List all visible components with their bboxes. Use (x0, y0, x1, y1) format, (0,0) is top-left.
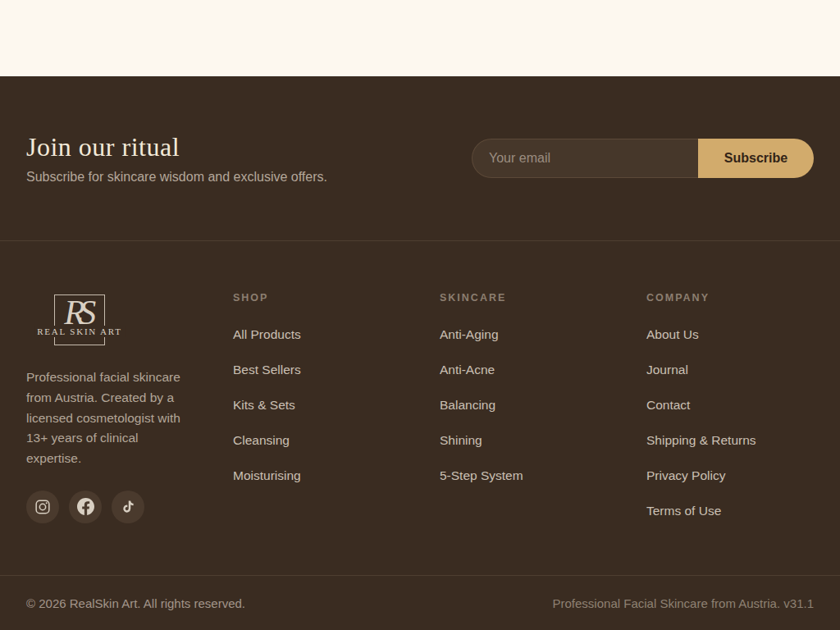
footer-column-company: COMPANY About Us Journal Contact Shippin… (646, 292, 814, 575)
footer-link[interactable]: Moisturising (233, 468, 301, 482)
list-item: Anti-Aging (440, 327, 646, 342)
list-item: Moisturising (233, 468, 440, 483)
footer-link[interactable]: Shipping & Returns (646, 433, 756, 447)
instagram-icon (34, 499, 51, 515)
list-item: Shining (440, 433, 646, 448)
logo-wordmark: REAL SKIN ART (34, 326, 125, 337)
column-header-shop: SHOP (233, 292, 440, 304)
footer-link[interactable]: Terms of Use (646, 504, 721, 518)
list-item: All Products (233, 327, 440, 342)
footer-column-shop: SHOP All Products Best Sellers Kits & Se… (233, 292, 440, 575)
list-item: About Us (646, 327, 814, 342)
company-links: About Us Journal Contact Shipping & Retu… (646, 327, 814, 518)
list-item: Anti-Acne (440, 363, 646, 377)
footer-link[interactable]: Cleansing (233, 433, 290, 447)
footer-link[interactable]: Privacy Policy (646, 468, 725, 482)
footer-link[interactable]: Anti-Aging (440, 327, 499, 341)
list-item: 5-Step System (440, 468, 646, 483)
footer-link[interactable]: Best Sellers (233, 363, 301, 377)
footer-link[interactable]: Kits & Sets (233, 398, 295, 412)
list-item: Balancing (440, 398, 646, 413)
list-item: Contact (646, 398, 814, 413)
page-above-footer (0, 0, 840, 76)
footer-link[interactable]: Anti-Acne (440, 363, 495, 377)
footer-link[interactable]: Journal (646, 363, 688, 377)
list-item: Kits & Sets (233, 398, 440, 413)
list-item: Privacy Policy (646, 468, 814, 483)
tagline: Professional Facial Skincare from Austri… (553, 596, 814, 610)
copyright: © 2026 RealSkin Art. All rights reserved… (26, 596, 245, 610)
brand-description: Professional facial skincare from Austri… (26, 368, 197, 469)
shop-links: All Products Best Sellers Kits & Sets Cl… (233, 327, 440, 483)
email-input[interactable] (472, 139, 698, 178)
newsletter-text: Join our ritual Subscribe for skincare w… (26, 132, 327, 185)
list-item: Terms of Use (646, 504, 814, 518)
column-header-skincare: SKINCARE (440, 292, 646, 304)
newsletter-form: Subscribe (472, 139, 814, 178)
footer-link[interactable]: About Us (646, 327, 699, 341)
instagram-link[interactable] (26, 491, 59, 523)
list-item: Best Sellers (233, 363, 440, 377)
newsletter-subtitle: Subscribe for skincare wisdom and exclus… (26, 170, 327, 185)
subscribe-button[interactable]: Subscribe (698, 139, 814, 178)
newsletter-section: Join our ritual Subscribe for skincare w… (0, 76, 840, 241)
list-item: Shipping & Returns (646, 433, 814, 448)
footer-column-skincare: SKINCARE Anti-Aging Anti-Acne Balancing … (440, 292, 646, 575)
footer-link[interactable]: Balancing (440, 398, 495, 412)
tiktok-icon (121, 500, 135, 514)
footer-main: RS REAL SKIN ART Professional facial ski… (26, 241, 814, 575)
footer-link[interactable]: Shining (440, 433, 482, 447)
social-links (26, 491, 233, 523)
footer-link[interactable]: All Products (233, 327, 301, 341)
brand-logo[interactable]: RS REAL SKIN ART (54, 294, 105, 345)
footer-link[interactable]: 5-Step System (440, 468, 523, 482)
footer: Join our ritual Subscribe for skincare w… (0, 76, 840, 630)
facebook-icon (77, 498, 94, 515)
list-item: Journal (646, 363, 814, 377)
list-item: Cleansing (233, 433, 440, 448)
brand-column: RS REAL SKIN ART Professional facial ski… (26, 292, 233, 575)
footer-bottom-bar: © 2026 RealSkin Art. All rights reserved… (0, 575, 840, 630)
facebook-link[interactable] (69, 491, 102, 523)
newsletter-title: Join our ritual (26, 132, 327, 162)
column-header-company: COMPANY (646, 292, 814, 304)
skincare-links: Anti-Aging Anti-Acne Balancing Shining 5… (440, 327, 646, 483)
tiktok-link[interactable] (112, 491, 144, 523)
footer-link[interactable]: Contact (646, 398, 690, 412)
